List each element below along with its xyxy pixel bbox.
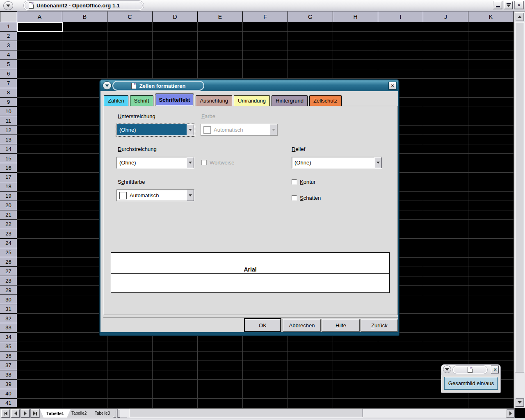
- row-header[interactable]: 5: [0, 60, 17, 69]
- row-header[interactable]: 10: [0, 107, 17, 116]
- row-header[interactable]: 20: [0, 201, 17, 210]
- tab-zellschutz[interactable]: Zellschutz: [309, 95, 342, 106]
- row-header[interactable]: 14: [0, 144, 17, 154]
- strikethrough-select[interactable]: (Ohne): [116, 157, 194, 169]
- row-header[interactable]: 4: [0, 50, 17, 60]
- tab-schrifteffekt[interactable]: Schrifteffekt: [155, 94, 194, 106]
- dialog-titlebar[interactable]: Zellen formatieren ✕: [100, 80, 398, 91]
- row-header[interactable]: 38: [0, 370, 17, 380]
- column-header[interactable]: J: [423, 11, 468, 22]
- row-header[interactable]: 30: [0, 295, 17, 304]
- row-header[interactable]: 41: [0, 399, 17, 408]
- row-header[interactable]: 32: [0, 314, 17, 323]
- window-menu-button[interactable]: [3, 1, 13, 10]
- shadow-checkbox[interactable]: Schatten: [292, 195, 321, 201]
- row-header[interactable]: 13: [0, 135, 17, 144]
- row-header[interactable]: 15: [0, 154, 17, 163]
- toolbox-menu-button[interactable]: [443, 365, 451, 373]
- tab-schrift[interactable]: Schrift: [130, 95, 153, 106]
- tab-umrandung[interactable]: Umrandung: [234, 95, 270, 106]
- minimize-button[interactable]: [493, 1, 502, 9]
- cancel-button[interactable]: Abbrechen: [283, 319, 321, 331]
- row-header[interactable]: 11: [0, 116, 17, 126]
- underline-select[interactable]: (Ohne): [116, 124, 194, 136]
- chevron-down-icon[interactable]: [187, 190, 194, 201]
- horizontal-scrollbar[interactable]: [120, 409, 507, 418]
- dialog-close-button[interactable]: ✕: [389, 82, 396, 89]
- back-button[interactable]: Zurück: [361, 319, 398, 331]
- next-sheet-button[interactable]: [21, 409, 30, 418]
- chevron-down-icon[interactable]: [187, 124, 194, 135]
- column-header[interactable]: C: [107, 11, 153, 22]
- document-icon: [29, 2, 34, 9]
- row-header[interactable]: 40: [0, 389, 17, 399]
- row-header[interactable]: 35: [0, 342, 17, 352]
- column-header[interactable]: E: [198, 11, 243, 22]
- column-header[interactable]: I: [378, 11, 423, 22]
- scroll-down-button[interactable]: [515, 398, 524, 407]
- row-header[interactable]: 31: [0, 304, 17, 314]
- vertical-scrollbar[interactable]: [514, 11, 525, 408]
- row-header[interactable]: 9: [0, 98, 17, 107]
- row-header[interactable]: 2: [0, 32, 17, 41]
- outline-checkbox[interactable]: Kontur: [292, 179, 315, 185]
- next-sheet-icon: [24, 411, 27, 415]
- scroll-right-button[interactable]: [506, 409, 515, 418]
- row-header[interactable]: 26: [0, 257, 17, 267]
- first-sheet-button[interactable]: [1, 409, 10, 418]
- toolbox-close-button[interactable]: ✕: [491, 366, 499, 373]
- sheet-tab-tabelle1[interactable]: Tabelle1: [40, 409, 71, 418]
- row-header[interactable]: 16: [0, 163, 17, 173]
- row-header[interactable]: 12: [0, 126, 17, 135]
- row-header[interactable]: 23: [0, 229, 17, 239]
- ok-button[interactable]: OK: [245, 319, 281, 331]
- row-header[interactable]: 21: [0, 210, 17, 220]
- toolbox-titlebar[interactable]: ✕: [441, 365, 500, 375]
- row-header[interactable]: 28: [0, 276, 17, 285]
- row-header[interactable]: 6: [0, 69, 17, 79]
- row-header[interactable]: 19: [0, 192, 17, 201]
- row-header[interactable]: 39: [0, 380, 17, 389]
- row-header[interactable]: 18: [0, 182, 17, 192]
- tab-ausrichtung[interactable]: Ausrichtung: [196, 95, 232, 106]
- column-header[interactable]: B: [62, 11, 107, 22]
- relief-select[interactable]: (Ohne): [292, 157, 382, 169]
- row-header[interactable]: 24: [0, 239, 17, 248]
- column-header[interactable]: H: [333, 11, 378, 22]
- close-button[interactable]: ✕: [515, 1, 523, 9]
- vertical-scrollbar-thumb[interactable]: [515, 22, 524, 372]
- tab-zahlen[interactable]: Zahlen: [104, 95, 128, 106]
- row-header[interactable]: 22: [0, 220, 17, 229]
- gesamtbild-toggle-button[interactable]: Gesamtbild ein/aus: [444, 377, 498, 390]
- row-header[interactable]: 17: [0, 173, 17, 182]
- row-header[interactable]: 27: [0, 267, 17, 276]
- font-color-select[interactable]: Automatisch: [116, 189, 194, 201]
- dialog-menu-button[interactable]: [103, 81, 112, 90]
- previous-sheet-button[interactable]: [11, 409, 20, 418]
- horizontal-scrollbar-thumb[interactable]: [129, 409, 363, 417]
- last-sheet-button[interactable]: [31, 409, 39, 418]
- column-header[interactable]: K: [468, 11, 514, 22]
- shade-button[interactable]: [504, 1, 513, 9]
- row-header[interactable]: 7: [0, 79, 17, 88]
- chevron-down-icon[interactable]: [187, 157, 194, 168]
- row-header[interactable]: 33: [0, 323, 17, 333]
- row-header[interactable]: 36: [0, 352, 17, 361]
- selected-cell-a1[interactable]: [17, 22, 63, 32]
- row-header[interactable]: 25: [0, 248, 17, 258]
- row-header[interactable]: 1: [0, 22, 17, 32]
- row-header[interactable]: 29: [0, 285, 17, 295]
- row-header[interactable]: 8: [0, 88, 17, 98]
- select-all-corner[interactable]: [0, 11, 17, 22]
- column-header[interactable]: A: [17, 11, 62, 22]
- tab-hintergrund[interactable]: Hintergrund: [272, 95, 308, 106]
- column-header[interactable]: F: [243, 11, 288, 22]
- column-header[interactable]: D: [153, 11, 198, 22]
- chevron-down-icon[interactable]: [374, 157, 382, 168]
- row-header[interactable]: 3: [0, 41, 17, 50]
- row-header[interactable]: 34: [0, 333, 17, 342]
- column-header[interactable]: G: [288, 11, 333, 22]
- row-header[interactable]: 37: [0, 361, 17, 370]
- help-button[interactable]: Hilfe: [322, 319, 360, 331]
- scroll-up-button[interactable]: [515, 12, 524, 21]
